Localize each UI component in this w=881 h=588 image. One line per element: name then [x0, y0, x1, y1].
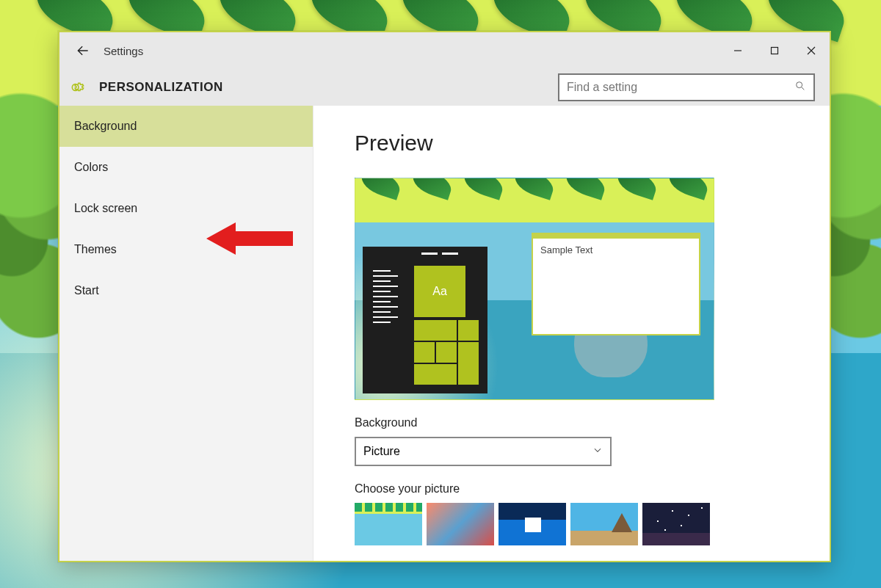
picture-thumb-4[interactable] [570, 503, 638, 545]
preview-sample-text: Sample Text [533, 239, 699, 261]
sidebar-item-label: Themes [74, 243, 117, 256]
sidebar-item-label: Colors [74, 161, 108, 174]
minimize-icon [733, 46, 742, 55]
background-label: Background [355, 416, 800, 429]
sidebar-item-background[interactable]: Background [59, 106, 313, 147]
svg-point-2 [797, 82, 802, 88]
window-title: Settings [104, 45, 143, 57]
preview-tiles: Aa [414, 266, 487, 393]
dropdown-value: Picture [363, 445, 400, 458]
back-button[interactable] [67, 35, 99, 67]
close-icon [807, 46, 816, 55]
sidebar-item-start[interactable]: Start [59, 270, 313, 311]
choose-picture-label: Choose your picture [355, 482, 800, 496]
close-button[interactable] [793, 32, 830, 69]
picture-thumb-3[interactable] [498, 503, 566, 545]
picture-thumb-1[interactable] [355, 503, 422, 545]
content-pane: Preview Aa [313, 106, 830, 561]
picture-thumb-2[interactable] [427, 503, 494, 545]
preview-accent-tile: Aa [414, 266, 465, 317]
sidebar-item-themes[interactable]: Themes [59, 229, 313, 270]
search-box[interactable] [558, 73, 815, 101]
chevron-down-icon [592, 445, 603, 458]
search-icon [794, 80, 806, 95]
preview-heading: Preview [355, 131, 800, 156]
picture-thumbnails [355, 503, 800, 545]
preview-window-sample: Sample Text [532, 233, 700, 335]
svg-line-3 [802, 87, 804, 90]
gear-icon [65, 74, 92, 101]
desktop-preview: Aa Sample Text [355, 178, 714, 400]
section-title: PERSONALIZATION [99, 80, 223, 95]
section-header: PERSONALIZATION [59, 69, 830, 106]
preview-leaves [355, 178, 714, 208]
settings-sidebar: Background Colors Lock screen Themes Sta… [59, 106, 313, 561]
sidebar-item-lock-screen[interactable]: Lock screen [59, 188, 313, 229]
sidebar-item-label: Background [74, 120, 137, 133]
sidebar-item-colors[interactable]: Colors [59, 147, 313, 188]
maximize-icon [770, 46, 779, 55]
minimize-button[interactable] [719, 32, 756, 69]
sidebar-item-label: Start [74, 284, 99, 297]
background-type-dropdown[interactable]: Picture [355, 437, 612, 466]
window-titlebar: Settings [59, 32, 830, 69]
picture-thumb-5[interactable] [642, 503, 710, 545]
settings-window: Settings PERSONALIZATION Background [58, 31, 831, 562]
search-input[interactable] [567, 81, 794, 94]
sidebar-item-label: Lock screen [74, 202, 137, 215]
svg-rect-1 [772, 48, 778, 54]
arrow-left-icon [76, 43, 90, 58]
maximize-button[interactable] [756, 32, 793, 69]
